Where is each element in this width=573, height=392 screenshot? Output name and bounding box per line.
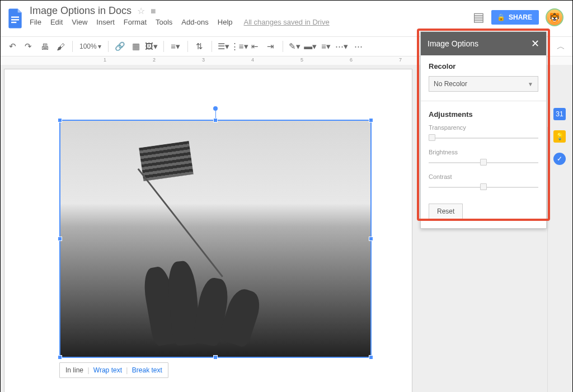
ruler-mark: 2 xyxy=(153,57,156,63)
menu-insert[interactable]: Insert xyxy=(96,18,115,26)
print-icon[interactable]: 🖶 xyxy=(37,39,52,54)
transparency-slider[interactable] xyxy=(429,133,538,143)
break-text[interactable]: Break text xyxy=(132,366,162,374)
ruler-mark: 7 xyxy=(399,57,402,63)
recolor-value: No Recolor xyxy=(434,80,467,88)
document-page: In line | Wrap text | Break text xyxy=(4,69,412,392)
numbered-list-icon[interactable]: ☰▾ xyxy=(217,39,231,54)
resize-handle-bm[interactable] xyxy=(213,355,218,360)
indent-increase-icon[interactable]: ⇥ xyxy=(264,39,278,54)
save-status: All changes saved in Drive xyxy=(244,18,330,26)
bulleted-list-icon[interactable]: ⋮≡▾ xyxy=(232,39,247,54)
menu-file[interactable]: File xyxy=(30,18,41,26)
svg-rect-0 xyxy=(11,17,19,18)
brightness-slider[interactable] xyxy=(429,158,538,168)
chevron-down-icon: ▼ xyxy=(528,81,533,87)
image-wrap-toolbar: In line | Wrap text | Break text xyxy=(59,362,168,378)
link-icon[interactable]: 🔗 xyxy=(113,39,128,54)
brightness-label: Brightness xyxy=(429,149,538,155)
tasks-icon[interactable]: ✓ xyxy=(553,153,566,165)
resize-handle-tl[interactable] xyxy=(58,118,62,122)
indent-decrease-icon[interactable]: ⇤ xyxy=(248,39,262,54)
paint-format-icon[interactable]: 🖌 xyxy=(53,39,68,54)
slider-thumb[interactable] xyxy=(429,134,435,141)
svg-rect-1 xyxy=(11,19,19,20)
image-options-panel: Image Options ✕ Recolor No Recolor ▼ Adj… xyxy=(420,31,547,229)
slider-thumb[interactable] xyxy=(480,159,487,166)
image-content xyxy=(60,121,370,357)
resize-handle-br[interactable] xyxy=(369,355,373,360)
transparency-label: Transparency xyxy=(429,124,538,131)
resize-handle-ml[interactable] xyxy=(58,237,62,241)
menu-view[interactable]: View xyxy=(72,18,87,26)
redo-icon[interactable]: ↷ xyxy=(21,39,35,54)
share-button[interactable]: 🔒 SHARE xyxy=(491,10,539,25)
ruler-mark: 5 xyxy=(300,57,303,63)
resize-handle-bl[interactable] xyxy=(58,355,62,360)
menu-help[interactable]: Help xyxy=(218,18,233,26)
addon-rail: 31 💡 ✓ xyxy=(550,108,569,165)
star-icon[interactable]: ☆ xyxy=(137,6,145,16)
selected-image[interactable] xyxy=(59,120,372,358)
undo-icon[interactable]: ↶ xyxy=(5,39,20,54)
slider-thumb[interactable] xyxy=(480,183,487,190)
keep-icon[interactable]: 💡 xyxy=(553,130,566,143)
document-title[interactable]: Image Options in Docs xyxy=(30,5,131,17)
resize-handle-mr[interactable] xyxy=(369,237,373,241)
rotate-handle[interactable] xyxy=(213,106,218,111)
lock-icon: 🔒 xyxy=(497,13,505,21)
more-icon[interactable]: ⋯ xyxy=(351,39,366,54)
google-docs-icon[interactable] xyxy=(5,5,25,32)
menu-bar: File Edit View Insert Format Tools Add-o… xyxy=(30,18,473,26)
panel-title: Image Options xyxy=(428,39,478,48)
folder-icon[interactable]: ■ xyxy=(151,6,156,16)
resize-handle-tm[interactable] xyxy=(213,118,218,122)
recolor-section-label: Recolor xyxy=(429,62,538,70)
wrap-text[interactable]: Wrap text xyxy=(93,366,122,374)
zoom-select[interactable]: 100%▾ xyxy=(77,41,104,51)
adjustments-section-label: Adjustments xyxy=(429,110,538,119)
image-icon[interactable]: 🖼▾ xyxy=(144,39,159,54)
collapse-toolbar-icon[interactable]: ︿ xyxy=(553,39,568,54)
calendar-icon[interactable]: 31 xyxy=(553,108,566,120)
align-icon[interactable]: ≡▾ xyxy=(168,39,183,54)
resize-handle-tr[interactable] xyxy=(369,118,373,122)
contrast-label: Contrast xyxy=(429,173,538,180)
comment-add-icon[interactable]: ▦ xyxy=(129,39,143,54)
line-spacing-icon[interactable]: ⇅ xyxy=(192,39,207,54)
comments-icon[interactable]: ▤ xyxy=(473,10,485,25)
recolor-dropdown[interactable]: No Recolor ▼ xyxy=(429,76,538,92)
menu-tools[interactable]: Tools xyxy=(156,18,172,26)
border-color-icon[interactable]: ▬▾ xyxy=(303,39,318,54)
border-dash-icon[interactable]: ⋯▾ xyxy=(335,39,349,54)
crop-icon[interactable]: ✎▾ xyxy=(288,39,302,54)
svg-rect-2 xyxy=(11,22,16,23)
reset-button[interactable]: Reset xyxy=(429,204,463,219)
menu-format[interactable]: Format xyxy=(124,18,147,26)
border-weight-icon[interactable]: ≡▾ xyxy=(319,39,334,54)
ruler-mark: 3 xyxy=(202,57,205,63)
ruler-mark: 4 xyxy=(251,57,254,63)
close-icon[interactable]: ✕ xyxy=(531,37,539,50)
wrap-inline[interactable]: In line xyxy=(65,366,83,374)
ruler-mark: 6 xyxy=(350,57,353,63)
menu-addons[interactable]: Add-ons xyxy=(181,18,208,26)
contrast-slider[interactable] xyxy=(429,182,538,192)
ruler-mark: 1 xyxy=(104,57,106,63)
avatar[interactable]: 🐯 xyxy=(546,8,563,26)
share-label: SHARE xyxy=(509,13,532,21)
menu-edit[interactable]: Edit xyxy=(50,18,63,26)
